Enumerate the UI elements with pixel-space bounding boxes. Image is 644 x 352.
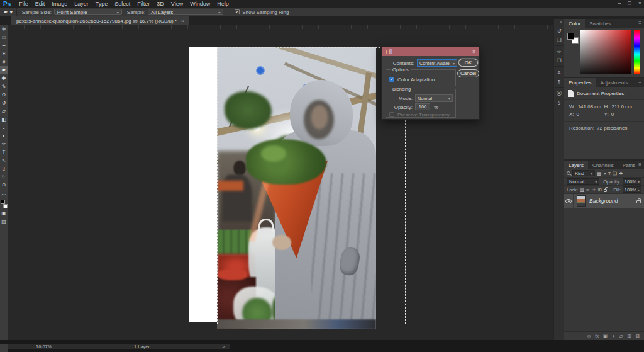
maximize-icon[interactable]: □ [628,0,631,6]
background-color-swatch[interactable] [3,204,8,208]
tab-color[interactable]: Color [564,19,585,28]
character-panel-icon[interactable]: A [554,68,564,77]
opacity-value-box[interactable]: 100% ▾ [623,178,641,185]
device-preview-panel-icon[interactable]: ❏ [554,35,564,44]
rectangle-tool[interactable]: ▯ [0,164,8,173]
tab-channels[interactable]: Channels [588,161,618,169]
menu-file[interactable]: File [19,1,28,7]
edit-toolbar-icon[interactable]: … [0,189,8,197]
tab-paths[interactable]: Paths [618,161,640,169]
sample-size-select[interactable]: Point Sample ▾ [54,9,122,15]
history-brush-tool[interactable]: ↺ [0,99,8,107]
pen-tool[interactable]: ✑ [0,140,8,148]
blend-mode-select[interactable]: Normal ▾ [567,178,599,185]
menu-view[interactable]: View [171,1,183,7]
blur-tool[interactable]: ◒ [0,123,8,132]
brush-settings-panel-icon[interactable]: ✑ [554,47,564,56]
lasso-tool[interactable]: ∽ [0,42,8,50]
shape-layers-filter-icon[interactable]: ❏ [613,171,617,176]
layer-group-icon[interactable]: ▱ [619,333,623,339]
pixel-layers-filter-icon[interactable]: ▦ [597,171,601,176]
character-styles-panel-icon[interactable]: Ⓐ [554,89,564,98]
color-adaptation-checkbox[interactable]: ✓ [389,77,394,82]
document-white-area[interactable] [189,47,217,322]
minimize-icon[interactable]: – [618,0,621,6]
history-panel-icon[interactable]: ↺ [554,26,564,35]
document-tab[interactable]: pexels-annaelle-quionquion-2652658-15279… [11,16,189,25]
move-tool[interactable]: ✛ [0,25,8,33]
tab-properties[interactable]: Properties [564,78,596,87]
layer-visibility-toggle[interactable] [564,194,574,208]
crop-tool[interactable]: # [0,58,8,66]
paragraph-styles-panel-icon[interactable]: § [554,98,564,106]
layer-mask-icon[interactable]: ▣ [603,333,608,339]
dodge-tool[interactable]: ◐ [0,132,8,140]
tab-swatches[interactable]: Swatches [585,19,616,28]
path-selection-tool[interactable]: ↖ [0,156,8,164]
menu-filter[interactable]: Filter [137,1,150,7]
type-tool[interactable]: T [0,148,8,156]
foreground-color-swatch[interactable] [567,33,574,40]
zoom-level[interactable]: 16.67% [36,344,57,349]
quick-mask-icon[interactable]: ▣ [0,209,8,217]
link-layers-icon[interactable]: ∞ [587,333,591,339]
lock-all-icon[interactable] [604,189,607,192]
menu-type[interactable]: Type [96,1,108,7]
hand-tool[interactable]: ☞ [0,173,8,181]
gradient-tool[interactable]: ◧ [0,115,8,123]
clone-source-panel-icon[interactable]: ❐ [554,56,564,65]
tab-adjustments[interactable]: Adjustments [596,78,632,87]
color-gradient-field[interactable] [580,30,631,74]
canvas-image[interactable] [217,47,376,329]
expand-panels-icon[interactable]: » [560,20,562,24]
active-tool-chip[interactable]: ✒ ▾ [0,8,17,16]
layer-row-background[interactable]: Background [564,194,644,208]
menu-image[interactable]: Image [52,1,67,7]
lock-pixels-icon[interactable]: ✑ [586,187,590,193]
adjustment-layers-filter-icon[interactable]: ◑ [603,171,606,176]
panel-menu-icon[interactable]: ≡ [638,162,641,167]
foreground-color-swatch[interactable] [1,200,5,204]
panel-menu-icon[interactable]: ≡ [638,20,641,26]
hue-ramp[interactable] [634,30,640,74]
foreground-background-colors[interactable] [0,199,8,209]
clone-stamp-tool[interactable]: Ω [0,91,8,99]
mode-select[interactable]: Normal ▾ [415,94,453,102]
layer-name[interactable]: Background [589,198,636,204]
eraser-tool[interactable]: ▱ [0,107,8,115]
magic-wand-tool[interactable]: ✶ [0,50,8,58]
lock-position-icon[interactable]: ✛ [592,187,596,193]
tab-close-icon[interactable]: × [181,18,184,24]
show-sampling-ring-checkbox[interactable]: ✓ [235,9,240,14]
layer-thumbnail[interactable] [577,195,586,207]
menu-window[interactable]: Window [190,1,210,7]
healing-brush-tool[interactable]: ✚ [0,74,8,82]
fill-dialog-titlebar[interactable]: Fill × [382,47,479,56]
foreground-background-colors[interactable] [567,33,579,44]
tab-layers[interactable]: Layers [564,161,588,169]
screen-mode-icon[interactable]: ▤ [0,217,8,225]
panel-menu-icon[interactable]: ≡ [638,79,641,85]
zoom-tool[interactable]: ⊙ [0,181,8,189]
sample-select[interactable]: All Layers ▾ [148,9,223,15]
new-layer-icon[interactable]: ⊞ [627,333,631,339]
smart-objects-filter-icon[interactable]: ❖ [619,171,623,176]
opacity-input[interactable]: 100 [415,103,430,110]
adjustment-layer-icon[interactable]: ◑ [612,333,615,339]
menu-select[interactable]: Select [114,1,130,7]
fill-value-box[interactable]: 100% ▾ [623,186,641,193]
menu-layer[interactable]: Layer [74,1,89,7]
menu-help[interactable]: Help [217,1,229,7]
contents-select[interactable]: Content-Aware ▾ [417,59,457,67]
status-arrow-icon[interactable]: > [222,344,225,349]
type-layers-filter-icon[interactable]: T [608,171,611,176]
layer-effects-icon[interactable]: fx [595,333,599,339]
eyedropper-tool[interactable]: ✒ [0,66,8,74]
menu-3d[interactable]: 3D [157,1,164,7]
ok-button[interactable]: OK [458,59,478,67]
cancel-button[interactable]: Cancel [457,69,479,77]
layer-filter-kind-select[interactable]: Kind ▾ [572,170,595,176]
preserve-transparency-checkbox[interactable] [389,112,394,117]
marquee-tool[interactable]: □ [0,33,8,42]
dialog-close-icon[interactable]: × [472,48,475,55]
